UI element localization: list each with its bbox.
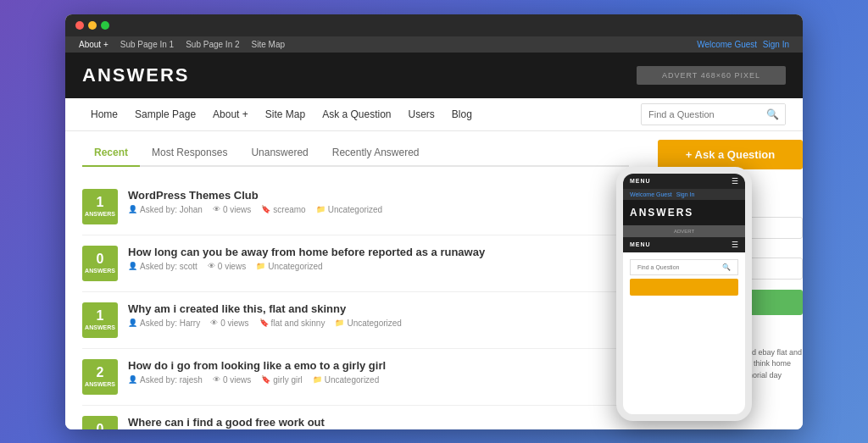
question-category: 📁Uncategorized	[316, 205, 382, 214]
main-content: Recent Most Responses Unanswered Recentl…	[65, 131, 646, 429]
subpage1-nav-link[interactable]: Sub Page In 1	[120, 40, 174, 49]
phone-orange-bar	[630, 279, 738, 296]
question-body: Why am i created like this, flat and ski…	[128, 302, 629, 328]
subpage2-nav-link[interactable]: Sub Page In 2	[186, 40, 239, 49]
question-title[interactable]: How long can you be away from home befor…	[128, 246, 629, 258]
search-button[interactable]: 🔍	[760, 104, 785, 125]
question-author: 👤Asked by: Johan	[128, 205, 203, 214]
sign-in-link[interactable]: Sign In	[763, 40, 789, 49]
phone-search-input[interactable]	[637, 264, 722, 270]
answer-number: 2	[97, 366, 104, 379]
main-nav: Home Sample Page About + Site Map Ask a …	[65, 98, 803, 131]
question-meta: 👤Asked by: scott 👁0 views 📁Uncategorized	[128, 262, 629, 271]
tab-recent[interactable]: Recent	[82, 140, 140, 167]
answer-number: 1	[97, 309, 104, 323]
tab-recently-answered[interactable]: Recently Answered	[320, 140, 431, 167]
sitemap-nav-link[interactable]: Site Map	[252, 40, 285, 49]
phone-welcome: Welcome Guest Sign In	[623, 189, 745, 200]
question-tag: 🔖girly girl	[261, 375, 302, 385]
phone-search-icon: 🔍	[722, 263, 731, 271]
question-body: How long can you be away from home befor…	[128, 246, 629, 271]
question-item: 1 Answers WordPress Themes Club 👤Asked b…	[82, 179, 629, 235]
browser-chrome	[65, 14, 803, 36]
question-tag: 🔖flat and skinny	[259, 318, 326, 328]
question-meta: 👤Asked by: Johan 👁0 views 🔖screamo 📁Unca…	[128, 205, 629, 214]
tab-unanswered[interactable]: Unanswered	[239, 140, 320, 167]
answer-count: 1 Answers	[82, 189, 118, 224]
question-tag: 🔖screamo	[261, 205, 305, 214]
search-input[interactable]	[642, 105, 760, 124]
question-body: Where can i find a good free work out 👤A…	[128, 416, 629, 429]
nav-sample-page[interactable]: Sample Page	[126, 98, 204, 130]
question-views: 👁0 views	[208, 262, 246, 271]
maximize-dot[interactable]	[101, 21, 109, 30]
nav-about[interactable]: About +	[204, 98, 257, 130]
question-title[interactable]: How do i go from looking like a emo to a…	[128, 359, 629, 372]
phone-top-bar: MENU ☰	[623, 174, 745, 189]
question-author: 👤Asked by: Harry	[128, 318, 200, 328]
answer-count: 1 Answers	[82, 302, 118, 338]
phone-menu-label-2: MENU	[630, 241, 651, 247]
top-nav-links: About + Sub Page In 1 Sub Page In 2 Site…	[79, 40, 285, 49]
about-nav-link[interactable]: About +	[79, 40, 108, 49]
phone-content: MENU ☰ Welcome Guest Sign In ANSWERS ADV…	[623, 174, 745, 414]
phone-hamburger-icon-2: ☰	[732, 241, 738, 249]
answer-number: 0	[97, 252, 104, 266]
question-item: 0 Answers How long can you be away from …	[82, 235, 629, 292]
phone-ad: ADVERT	[623, 225, 745, 237]
question-title[interactable]: Where can i find a good free work out	[128, 416, 629, 429]
question-views: 👁0 views	[210, 318, 248, 328]
nav-home[interactable]: Home	[82, 98, 126, 130]
phone-menu-label: MENU	[630, 178, 651, 184]
welcome-label: Welcome Guest	[697, 40, 757, 49]
question-item: 1 Answers Why am i created like this, fl…	[82, 292, 629, 349]
nav-blog[interactable]: Blog	[443, 98, 481, 130]
answer-count: 0 Answers	[82, 416, 118, 429]
main-nav-links: Home Sample Page About + Site Map Ask a …	[82, 98, 481, 130]
question-meta: 👤Asked by: Harry 👁0 views 🔖flat and skin…	[128, 318, 629, 328]
question-category: 📁Uncategorized	[335, 318, 401, 328]
minimize-dot[interactable]	[88, 21, 97, 30]
ad-banner: ADVERT 468×60 PIXEL	[637, 66, 786, 85]
answer-count: 0 Answers	[82, 246, 118, 281]
question-body: WordPress Themes Club 👤Asked by: Johan 👁…	[128, 189, 629, 214]
phone-search-bar: 🔍	[630, 259, 738, 275]
question-category: 📁Uncategorized	[313, 375, 379, 385]
question-body: How do i go from looking like a emo to a…	[128, 359, 629, 385]
question-title[interactable]: Why am i created like this, flat and ski…	[128, 302, 629, 315]
question-list: 1 Answers WordPress Themes Club 👤Asked b…	[82, 179, 629, 429]
nav-users[interactable]: Users	[400, 98, 443, 130]
nav-search: 🔍	[641, 103, 786, 125]
tabs-bar: Recent Most Responses Unanswered Recentl…	[82, 131, 629, 167]
question-meta: 👤Asked by: rajesh 👁0 views 🔖girly girl 📁…	[128, 375, 629, 385]
welcome-text: Welcome Guest Sign In	[697, 40, 789, 49]
phone-overlay: MENU ☰ Welcome Guest Sign In ANSWERS ADV…	[616, 167, 752, 421]
nav-ask-question[interactable]: Ask a Question	[314, 98, 399, 130]
question-author: 👤Asked by: rajesh	[128, 375, 203, 385]
question-item: 0 Answers Where can i find a good free w…	[82, 406, 629, 429]
browser-dots	[75, 21, 109, 30]
tab-most-responses[interactable]: Most Responses	[140, 140, 239, 167]
question-author: 👤Asked by: scott	[128, 262, 198, 271]
phone-nav-bar-2: MENU ☰	[623, 237, 745, 252]
answer-number: 0	[97, 423, 104, 429]
answer-count: 2 Answers	[82, 359, 118, 395]
answer-number: 1	[97, 196, 104, 209]
phone-answers-title: ANSWERS	[623, 200, 745, 225]
question-category: 📁Uncategorized	[256, 262, 322, 271]
question-views: 👁0 views	[213, 375, 251, 385]
phone-hamburger-icon: ☰	[732, 177, 738, 186]
close-dot[interactable]	[75, 21, 84, 30]
ask-question-button[interactable]: + Ask a Question	[658, 140, 803, 169]
top-nav-bar: About + Sub Page In 1 Sub Page In 2 Site…	[65, 36, 803, 53]
question-views: 👁0 views	[213, 205, 251, 214]
question-title[interactable]: WordPress Themes Club	[128, 189, 629, 202]
nav-sitemap[interactable]: Site Map	[257, 98, 314, 130]
site-title: ANSWERS	[82, 64, 189, 86]
question-item: 2 Answers How do i go from looking like …	[82, 349, 629, 406]
site-header: ANSWERS ADVERT 468×60 PIXEL	[65, 53, 803, 98]
